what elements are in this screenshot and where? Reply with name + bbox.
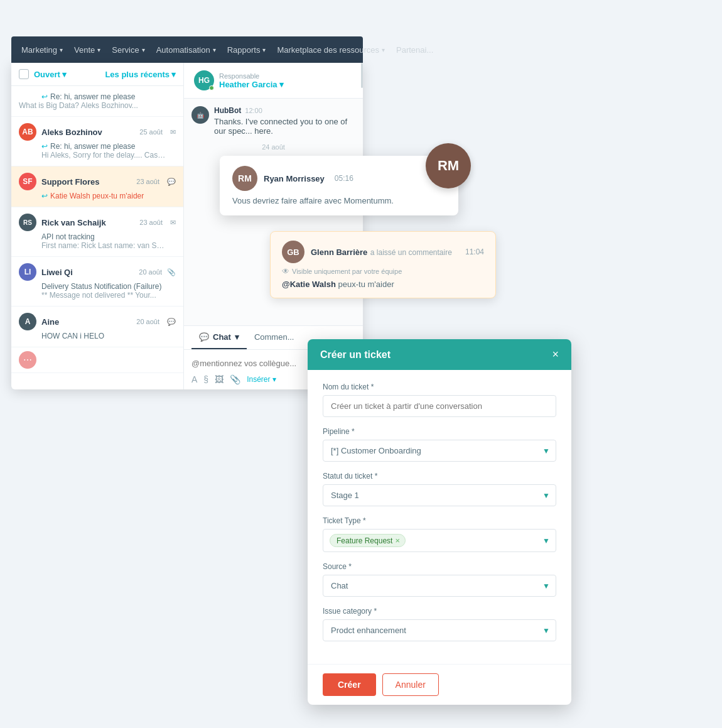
nav-marketplace[interactable]: Marketplace des ressources ▾	[277, 45, 385, 55]
ticket-name-input[interactable]	[323, 395, 556, 417]
modal-body: Nom du ticket * Pipeline * [*] Customer …	[308, 370, 571, 664]
chevron-down-icon: ▾	[272, 375, 276, 384]
feature-request-tag: Feature Request ×	[330, 534, 406, 547]
message-item: 🤖 HubBot 12:00 Thanks. I've connected yo…	[191, 106, 355, 136]
tab-chat[interactable]: 💬 Chat ▾	[191, 326, 247, 349]
chevron-down-icon: ▾	[382, 46, 385, 53]
list-item[interactable]: RS Rick van Schaijk 23 août ✉ API not tr…	[11, 207, 183, 257]
close-icon[interactable]: ×	[552, 348, 559, 361]
eye-icon: 👁	[282, 267, 289, 276]
select-all-checkbox[interactable]	[19, 69, 29, 79]
email-icon: ✉	[170, 128, 176, 136]
chevron-down-icon: ▾	[142, 46, 145, 53]
recent-sort-button[interactable]: Les plus récents ▾	[105, 70, 176, 79]
nav-vente[interactable]: Vente ▾	[74, 45, 100, 55]
large-avatar: RM	[426, 143, 471, 188]
chevron-down-icon: ▾	[235, 332, 239, 342]
ticket-type-field: Ticket Type * Feature Request × ▼	[323, 516, 556, 552]
issue-category-field: Issue category * Prodct enhancement ▼	[323, 607, 556, 641]
status-field: Statut du ticket * Stage 1 ▼	[323, 472, 556, 506]
status-select[interactable]: Stage 1	[323, 484, 556, 506]
bold-icon[interactable]: A	[191, 374, 197, 384]
chevron-down-icon: ▾	[60, 46, 63, 53]
attachment-icon: 📎	[167, 268, 176, 276]
ticket-type-tag-input[interactable]: Feature Request ×	[323, 529, 556, 552]
create-button[interactable]: Créer	[323, 673, 376, 696]
chevron-down-icon: ▾	[213, 46, 216, 53]
pipeline-select[interactable]: [*] Customer Onboarding	[323, 440, 556, 462]
list-item[interactable]: LI Liwei Qi 20 août 📎 Delivery Status No…	[11, 257, 183, 307]
remove-tag-button[interactable]: ×	[395, 536, 400, 545]
open-filter-button[interactable]: Ouvert ▾	[34, 70, 67, 79]
image-icon[interactable]: 🖼	[215, 374, 224, 384]
insert-button[interactable]: Insérer ▾	[247, 375, 276, 384]
chat-icon: 💬	[167, 318, 176, 326]
nav-marketing[interactable]: Marketing ▾	[21, 45, 63, 55]
source-select[interactable]: Chat	[323, 575, 556, 597]
list-item[interactable]: ↩ Re: hi, answer me please What is Big D…	[11, 86, 183, 117]
email-icon: ✉	[170, 219, 176, 227]
chevron-down-icon: ▾	[279, 80, 284, 89]
nav-automatisation[interactable]: Automatisation ▾	[156, 45, 216, 55]
chat-icon: 💬	[167, 178, 176, 186]
chevron-down-icon: ▾	[262, 46, 266, 53]
commenter-avatar: GB	[282, 241, 304, 263]
contact-avatar: A	[19, 313, 36, 330]
chevron-down-icon: ▾	[171, 70, 176, 79]
contact-avatar: SF	[19, 173, 36, 190]
list-item[interactable]: SF Support Flores 23 août 💬 ↩ Katie Wals…	[11, 166, 183, 207]
chat-header: HG Responsable Heather Garcia ▾	[184, 63, 363, 99]
list-item[interactable]: A Aine 20 août 💬 HOW CAN i HELO	[11, 307, 183, 347]
modal-header: Créer un ticket ×	[308, 339, 571, 370]
agent-name[interactable]: Heather Garcia ▾	[219, 80, 284, 89]
bot-avatar: 🤖	[191, 106, 209, 124]
ticket-name-field: Nom du ticket *	[323, 383, 556, 417]
cancel-button[interactable]: Annuler	[382, 673, 439, 696]
contact-avatar: RS	[19, 214, 36, 231]
source-field: Source * Chat ▼	[323, 562, 556, 597]
modal-footer: Créer Annuler	[308, 664, 571, 705]
modal-title: Créer un ticket	[320, 349, 391, 361]
attachment-icon[interactable]: 📎	[230, 374, 240, 384]
list-item[interactable]: ⋯	[11, 347, 183, 373]
chevron-down-icon: ▾	[62, 70, 67, 79]
pipeline-field: Pipeline * [*] Customer Onboarding ▼	[323, 427, 556, 462]
conversation-list: Ouvert ▾ Les plus récents ▾ ↩ Re: hi, an…	[11, 63, 184, 389]
tab-comment[interactable]: Commen...	[247, 326, 302, 349]
comment-bubble: GB Glenn Barrière a laissé un commentair…	[270, 231, 496, 298]
nav-partenaires[interactable]: Partenai...	[396, 45, 433, 55]
float-chat-bubble: RM Ryan Morrissey 05:16 Vous devriez fai…	[220, 156, 458, 215]
issue-category-select[interactable]: Prodct enhancement	[323, 619, 556, 641]
visibility-label: 👁 Visible uniquement par votre équipe	[282, 267, 484, 276]
list-item[interactable]: AB Aleks Bozhinov 25 août ✉ ↩ Re: hi, an…	[11, 117, 183, 166]
date-divider: 24 août	[191, 143, 355, 151]
comment-text: @Katie Walsh peux-tu m'aider	[282, 280, 484, 289]
agent-avatar: HG	[194, 70, 214, 90]
create-ticket-modal: Créer un ticket × Nom du ticket * Pipeli…	[308, 339, 571, 705]
contact-avatar: LI	[19, 263, 36, 281]
contact-avatar: ⋯	[19, 351, 36, 369]
top-navigation: Marketing ▾ Vente ▾ Service ▾ Automatisa…	[11, 36, 363, 63]
nav-service[interactable]: Service ▾	[112, 45, 144, 55]
reply-icon: ↩	[41, 192, 48, 200]
reply-icon: ↩	[41, 142, 48, 151]
reply-icon: ↩	[41, 92, 48, 101]
online-status-dot	[209, 85, 214, 90]
list-header: Ouvert ▾ Les plus récents ▾	[11, 63, 183, 86]
format-icon[interactable]: §	[203, 374, 208, 384]
chevron-down-icon: ▾	[97, 46, 100, 53]
sender-avatar: RM	[232, 166, 257, 191]
contact-avatar: AB	[19, 123, 36, 141]
nav-rapports[interactable]: Rapports ▾	[227, 45, 266, 55]
chat-bubble-icon: 💬	[199, 332, 209, 342]
